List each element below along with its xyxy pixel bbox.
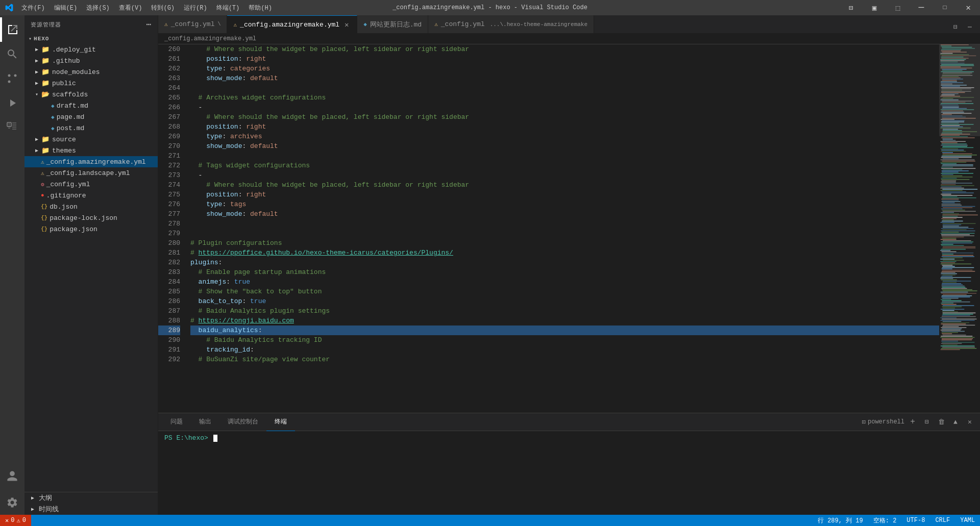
folder-icon: 📁 xyxy=(41,57,50,65)
tree-item-db-json[interactable]: {} db.json xyxy=(24,201,158,212)
tab-config-yml-theme[interactable]: ⚠ _config.yml ...\.hexo-theme-amazingrem… xyxy=(428,15,594,33)
window-panel-btn[interactable]: ⬚ xyxy=(886,0,910,15)
tree-item-scaffolds[interactable]: ▾ 📂 scaffolds xyxy=(24,89,158,100)
tree-item-public[interactable]: ▶ 📁 public xyxy=(24,78,158,89)
tree-item-gitignore[interactable]: ● .gitignore xyxy=(24,190,158,201)
activity-explorer[interactable] xyxy=(0,17,24,42)
code-line-270: show_mode: default xyxy=(190,141,939,151)
sidebar-more-btn[interactable]: ⋯ xyxy=(146,19,152,30)
menu-go[interactable]: 转到(G) xyxy=(147,3,179,13)
terminal-content[interactable]: PS E:\hexo> xyxy=(158,431,980,515)
activity-account[interactable] xyxy=(0,464,24,488)
powershell-icon: ⊡ xyxy=(862,418,866,426)
tree-item-github[interactable]: ▶ 📁 .github xyxy=(24,55,158,66)
menu-help[interactable]: 帮助(H) xyxy=(244,3,276,13)
code-line-282: plugins: xyxy=(190,258,939,267)
status-errors[interactable]: ✕ 0 ⚠ 0 xyxy=(0,515,31,526)
window-layout-btn[interactable]: ⊟ xyxy=(839,0,863,15)
bottom-tab-problems[interactable]: 问题 xyxy=(162,413,191,431)
warning-count: 0 xyxy=(22,517,26,524)
code-line-292: # BuSuanZi site/page view counter xyxy=(190,355,939,364)
tree-item-post-md[interactable]: ◆ post.md xyxy=(24,122,158,134)
breadcrumb: _config.amazingremake.yml xyxy=(158,33,980,44)
activity-bar xyxy=(0,15,24,515)
tree-item-deploy-git[interactable]: ▶ 📁 .deploy_git xyxy=(24,44,158,55)
activity-settings[interactable] xyxy=(0,490,24,515)
sidebar: 资源管理器 ⋯ ▾ HEXO ▶ 📁 .deploy_git ▶ 📁 .gith… xyxy=(24,15,158,515)
tree-item-package-json[interactable]: {} package.json xyxy=(24,223,158,235)
menu-select[interactable]: 选择(S) xyxy=(82,3,114,13)
tree-item-config-landscape[interactable]: ⚠ _config.landscape.yml xyxy=(24,167,158,179)
menu-run[interactable]: 运行(R) xyxy=(180,3,211,13)
tab-close-btn[interactable]: ✕ xyxy=(342,20,351,29)
code-line-284: animejs: true xyxy=(190,277,939,287)
code-line-290: # Baidu Analytics tracking ID xyxy=(190,335,939,345)
code-line-265: # Archives widget configurations xyxy=(190,93,939,103)
folder-icon: 📁 xyxy=(41,79,50,87)
status-line-col[interactable]: 行 289, 列 19 xyxy=(813,515,868,526)
warning-icon: ⚠ xyxy=(41,170,44,177)
bottom-tabs-bar: 问题 输出 调试控制台 终端 ⊡ powershell + ⊟ 🗑 ▲ ✕ xyxy=(158,413,980,431)
bottom-tab-terminal[interactable]: 终端 xyxy=(266,413,295,431)
svg-point-1 xyxy=(14,74,17,77)
status-eol[interactable]: CRLF xyxy=(930,515,955,526)
window-sidebar-btn[interactable]: ▣ xyxy=(863,0,886,15)
tree-item-themes[interactable]: ▶ 📁 themes xyxy=(24,145,158,156)
bottom-panel: 问题 输出 调试控制台 终端 ⊡ powershell + ⊟ 🗑 ▲ ✕ P xyxy=(158,413,980,515)
menu-edit[interactable]: 编辑(E) xyxy=(50,3,82,13)
code-line-279 xyxy=(190,229,939,238)
code-line-291: tracking_id: xyxy=(190,345,939,355)
activity-search[interactable] xyxy=(0,42,24,66)
tree-item-package-lock[interactable]: {} package-lock.json xyxy=(24,212,158,223)
tab-config-yml[interactable]: ⚠ _config.yml \ xyxy=(158,15,227,33)
menu-file[interactable]: 文件(F) xyxy=(17,3,49,13)
more-tabs-btn[interactable]: ⋯ xyxy=(964,21,976,33)
new-terminal-btn[interactable]: + xyxy=(906,416,919,428)
svg-point-2 xyxy=(8,74,11,77)
close-panel-btn[interactable]: ✕ xyxy=(964,416,976,428)
window-minimize-btn[interactable]: ─ xyxy=(910,0,933,15)
vscode-icon xyxy=(5,4,13,12)
code-content[interactable]: # Where should the widget be placed, lef… xyxy=(186,44,939,413)
error-icon: ✕ xyxy=(5,517,9,524)
activity-source-control[interactable] xyxy=(0,66,24,91)
tree-item-timeline[interactable]: ▶ 时间线 xyxy=(24,504,158,515)
tree-item-outline[interactable]: ▶ 大纲 xyxy=(24,492,158,504)
minimap[interactable] xyxy=(939,44,980,413)
status-spaces[interactable]: 空格: 2 xyxy=(868,515,902,526)
split-terminal-btn[interactable]: ⊟ xyxy=(921,416,933,428)
tree-item-source[interactable]: ▶ 📁 source xyxy=(24,134,158,145)
tree-item-config-yml[interactable]: ⚙ _config.yml xyxy=(24,179,158,190)
kill-terminal-btn[interactable]: 🗑 xyxy=(935,416,947,428)
bottom-tab-debug-console[interactable]: 调试控制台 xyxy=(219,413,266,431)
bottom-tab-output[interactable]: 输出 xyxy=(191,413,219,431)
status-encoding[interactable]: UTF-8 xyxy=(901,515,930,526)
tab-warning-icon-active: ⚠ xyxy=(233,21,237,28)
tab-changelog[interactable]: ◆ 网站更新日志.md xyxy=(357,15,428,33)
tab-warning-icon: ⚠ xyxy=(164,21,168,28)
menu-terminal[interactable]: 终端(T) xyxy=(212,3,244,13)
tree-item-page-md[interactable]: ◆ page.md xyxy=(24,111,158,122)
tree-item-node-modules[interactable]: ▶ 📁 node_modules xyxy=(24,66,158,78)
code-line-278 xyxy=(190,219,939,229)
code-line-285: # Show the "back to top" button xyxy=(190,287,939,296)
menu-view[interactable]: 查看(V) xyxy=(115,3,146,13)
activity-extensions[interactable] xyxy=(0,115,24,140)
code-line-276: type: tags xyxy=(190,199,939,209)
status-bar: ✕ 0 ⚠ 0 行 289, 列 19 空格: 2 UTF-8 CRLF YAM… xyxy=(0,515,980,526)
main-layout: 资源管理器 ⋯ ▾ HEXO ▶ 📁 .deploy_git ▶ 📁 .gith… xyxy=(0,15,980,515)
window-close-btn[interactable]: ✕ xyxy=(957,0,980,15)
tab-config-amazingremake[interactable]: ⚠ _config.amazingremake.yml ✕ xyxy=(227,15,357,33)
sidebar-root[interactable]: ▾ HEXO xyxy=(24,34,158,44)
warning-icon: ⚠ xyxy=(41,159,44,165)
tree-item-draft-md[interactable]: ◆ draft.md xyxy=(24,100,158,111)
status-language[interactable]: YAML xyxy=(955,515,980,526)
code-line-287: # Baidu Analytics plugin settings xyxy=(190,306,939,316)
tree-item-config-amazingremake[interactable]: ⚠ _config.amazingremake.yml xyxy=(24,156,158,167)
code-line-273: - xyxy=(190,170,939,180)
activity-run[interactable] xyxy=(0,91,24,115)
code-line-277: show_mode: default xyxy=(190,209,939,219)
split-editor-btn[interactable]: ⊟ xyxy=(949,21,962,33)
maximize-panel-btn[interactable]: ▲ xyxy=(949,416,962,428)
window-maximize-btn[interactable]: □ xyxy=(933,0,957,15)
